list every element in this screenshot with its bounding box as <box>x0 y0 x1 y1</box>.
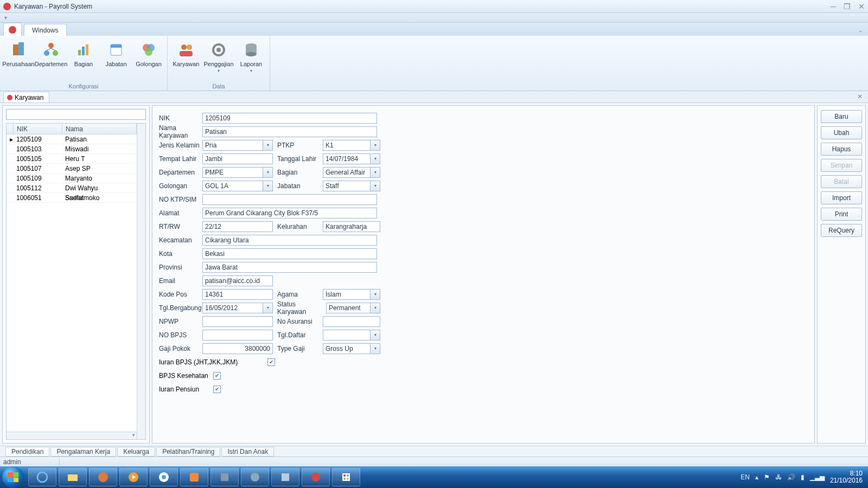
chevron-down-icon[interactable]: ▾ <box>370 303 380 313</box>
ribbon-golongan[interactable]: Golongan <box>132 38 165 82</box>
taskbar-media[interactable] <box>119 468 148 486</box>
gol-combo[interactable]: GOL 1A▾ <box>202 181 273 191</box>
simpan-button[interactable]: Simpan <box>821 159 862 172</box>
dept-combo[interactable]: PMPE▾ <box>202 167 273 178</box>
jk-combo[interactable]: Pria▾ <box>202 140 273 151</box>
search-input[interactable] <box>6 109 146 120</box>
bpjs-field[interactable] <box>202 330 273 341</box>
bpjs-kes-checkbox[interactable]: ✔ <box>213 372 221 380</box>
tray-up-icon[interactable]: ▴ <box>755 473 758 481</box>
chevron-down-icon[interactable]: ▾ <box>370 168 380 177</box>
tray-wifi-icon[interactable]: ▁▃▅ <box>810 473 825 481</box>
doc-close-icon[interactable]: ✕ <box>857 93 863 100</box>
batal-button[interactable]: Batal <box>821 175 862 188</box>
scroll-down-icon[interactable]: ▾ <box>131 432 137 439</box>
tipegaji-combo[interactable]: Gross Up▾ <box>323 343 380 354</box>
ribbon-collapse-icon[interactable]: ⌃ <box>858 30 863 36</box>
nama-field[interactable]: Patisan <box>202 126 377 137</box>
detail-tab[interactable]: Pengalaman Kerja <box>50 447 116 457</box>
taskbar-xampp[interactable] <box>180 468 208 486</box>
agama-combo[interactable]: Islam▾ <box>323 289 380 300</box>
tray-flag-icon[interactable]: ⚑ <box>764 473 770 481</box>
status-combo[interactable]: Permanent▾ <box>326 303 380 313</box>
kel-field[interactable]: Karangraharja <box>323 221 380 232</box>
detail-tab[interactable]: Pendidikan <box>5 447 49 457</box>
chevron-down-icon[interactable]: ▾ <box>370 330 380 340</box>
col-nama[interactable]: Nama <box>62 124 137 134</box>
col-nik[interactable]: NIK <box>14 124 62 134</box>
nik-field[interactable]: 1205109 <box>202 113 377 124</box>
taskbar-payroll[interactable] <box>302 468 330 486</box>
taskbar-firefox[interactable] <box>89 468 117 486</box>
taskbar-ie[interactable] <box>28 468 56 486</box>
tray-net-icon[interactable]: 🖧 <box>775 473 782 481</box>
table-row[interactable]: 1005103Miswadi <box>7 144 137 154</box>
print-button[interactable]: Print <box>821 208 862 221</box>
gaji-field[interactable]: 3800000 <box>202 343 273 354</box>
taskbar-explorer[interactable] <box>59 468 87 486</box>
ktp-field[interactable] <box>202 194 377 205</box>
iuran-bpjs-checkbox[interactable]: ✔ <box>267 358 275 366</box>
bagian-combo[interactable]: General Affair▾ <box>323 167 380 178</box>
chevron-down-icon[interactable]: ▾ <box>263 168 272 177</box>
ribbon-bagian[interactable]: Bagian <box>67 38 100 82</box>
tlahir-field[interactable]: Jambi <box>202 153 273 164</box>
table-row[interactable]: 1006051Saeful <box>7 193 137 203</box>
app-menu-button[interactable] <box>3 23 22 36</box>
table-row[interactable]: ▸1205109Patisan <box>7 134 137 144</box>
taskbar-paint[interactable] <box>332 468 360 486</box>
chevron-down-icon[interactable]: ▾ <box>370 181 380 191</box>
rtrw-field[interactable]: 22/12 <box>202 221 273 232</box>
table-row[interactable]: 1005107Asep SP <box>7 164 137 174</box>
ribbon-tab-windows[interactable]: Windows <box>24 24 67 36</box>
doc-tab-karyawan[interactable]: Karyawan <box>3 92 49 102</box>
table-row[interactable]: 1005109Maryanto <box>7 174 137 183</box>
jabatan-combo[interactable]: Staff▾ <box>323 181 380 191</box>
restore-icon[interactable]: ❐ <box>844 2 851 11</box>
ribbon-perusahaan[interactable]: Perusahaan <box>2 38 35 82</box>
scrollbar[interactable] <box>137 124 145 439</box>
detail-tab[interactable]: Keluarga <box>117 447 155 457</box>
tray-vol-icon[interactable]: 🔊 <box>787 473 795 481</box>
ribbon-penggajian[interactable]: Penggajian▾ <box>202 38 235 82</box>
start-button[interactable] <box>2 466 24 488</box>
employee-grid[interactable]: NIK Nama ▸1205109Patisan1005103Miswadi10… <box>6 123 146 440</box>
table-row[interactable]: 1005105Heru T <box>7 154 137 164</box>
chevron-down-icon[interactable]: ▾ <box>263 140 272 150</box>
prov-field[interactable]: Jawa Barat <box>202 262 377 273</box>
tgljoin-field[interactable]: 16/05/2012▾ <box>202 303 273 313</box>
close-icon[interactable]: ✕ <box>858 2 865 11</box>
tgllahir-field[interactable]: 14/07/1984▾ <box>323 153 380 164</box>
ubah-button[interactable]: Ubah <box>821 126 862 139</box>
import-button[interactable]: Import <box>821 191 862 204</box>
taskbar-chrome[interactable] <box>150 468 178 486</box>
kec-field[interactable]: Cikarang Utara <box>202 235 377 246</box>
npwp-field[interactable] <box>202 316 273 327</box>
lang-indicator[interactable]: EN <box>741 473 750 481</box>
taskbar-app3[interactable] <box>271 468 299 486</box>
tray-clock[interactable]: 8:10 21/10/2016 <box>830 470 863 484</box>
chevron-down-icon[interactable]: ▾ <box>370 140 380 150</box>
chevron-down-icon[interactable]: ▾ <box>370 290 380 299</box>
email-field[interactable]: patisan@aicc.co.id <box>202 275 273 286</box>
alamat-field[interactable]: Perum Grand Cikarang City Blok F37/5 <box>202 208 377 219</box>
chevron-down-icon[interactable]: ▾ <box>370 344 380 354</box>
requery-button[interactable]: ReQuery <box>821 224 862 237</box>
kota-field[interactable]: Bekasi <box>202 248 377 259</box>
taskbar-app2[interactable] <box>241 468 269 486</box>
ribbon-jabatan[interactable]: Jabatan <box>100 38 132 82</box>
chevron-down-icon[interactable]: ▾ <box>263 181 272 191</box>
taskbar-app1[interactable] <box>210 468 239 486</box>
ribbon-karyawan[interactable]: Karyawan <box>170 38 202 82</box>
iuran-pensiun-checkbox[interactable]: ✔ <box>213 386 221 393</box>
qat-dropdown-icon[interactable]: ▾ <box>4 15 7 21</box>
baru-button[interactable]: Baru <box>821 110 862 123</box>
kodepos-field[interactable]: 14361 <box>202 289 273 300</box>
detail-tab[interactable]: Pelatihan/Training <box>156 447 220 457</box>
asuransi-field[interactable] <box>323 316 380 327</box>
table-row[interactable]: 1005112Dwi Wahyu Sudiatmoko <box>7 183 137 193</box>
ribbon-departemen[interactable]: Departemen <box>35 38 67 82</box>
tray-battery-icon[interactable]: ▮ <box>801 473 805 481</box>
tgldaftar-field[interactable]: ▾ <box>323 330 380 341</box>
ribbon-laporan[interactable]: Laporan▾ <box>235 38 267 82</box>
